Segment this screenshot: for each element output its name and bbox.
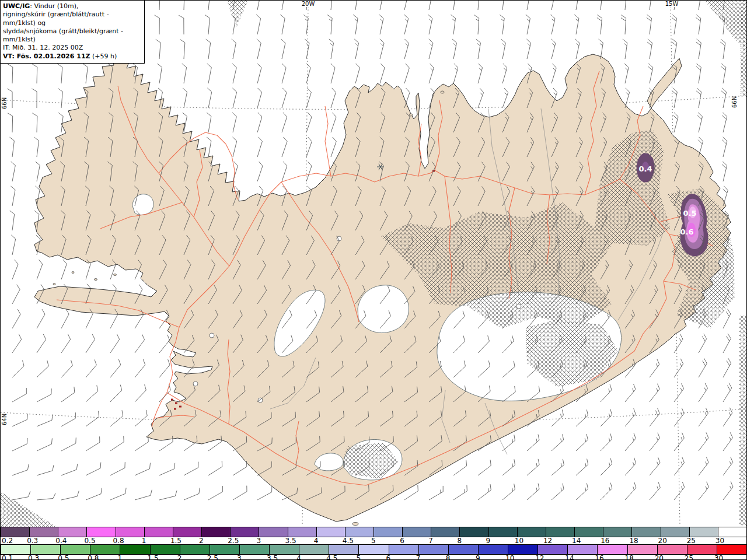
precip-value-label: 0.5 xyxy=(683,209,696,218)
colorbar-swatch xyxy=(1,545,30,554)
colorbar-swatch xyxy=(661,527,689,537)
colorbar-tick-label: 4.5 xyxy=(343,537,354,545)
colorbar-tick-label: 14 xyxy=(565,554,574,560)
colorbar-tick-label: 18 xyxy=(625,554,634,560)
model-variable: : Vindur (10m), xyxy=(30,2,78,10)
colorbar-swatch xyxy=(144,527,173,537)
colorbar-swatch xyxy=(488,527,517,537)
colorbar-tick-label: 1 xyxy=(117,554,122,560)
colorbar-swatch xyxy=(631,527,660,537)
latitude-label: 66N xyxy=(1,97,8,109)
colorbar-tick-label: 10 xyxy=(505,554,514,560)
forecast-info-box: UWC/IG: Vindur (10m), rigning/skúrir (gr… xyxy=(1,1,145,64)
colorbar-sleet xyxy=(1,527,746,537)
colorbar-tick-label: 5 xyxy=(371,537,376,545)
colorbar-tick-label: 16 xyxy=(601,537,609,545)
colorbar-tick-label: 2 xyxy=(199,537,204,545)
colorbar-tick-label: 16 xyxy=(595,554,603,560)
colorbar-swatch xyxy=(288,527,316,537)
colorbar-tick-label: 1.5 xyxy=(148,554,159,560)
colorbar-swatch xyxy=(603,527,631,537)
colorbar-tick-label: 9 xyxy=(476,554,480,560)
colorbar-swatch xyxy=(517,527,546,537)
colorbar-tick-label: 10 xyxy=(515,537,523,545)
colorbar-swatch xyxy=(345,527,374,537)
colorbar-swatch xyxy=(478,545,508,554)
colorbar-swatch xyxy=(116,527,144,537)
precip-value-label: 0.6 xyxy=(680,228,693,236)
colorbar-tick-label: 6 xyxy=(386,554,391,560)
colorbar-tick-label: 0.3 xyxy=(27,537,38,545)
colorbar-tick-label: 0.5 xyxy=(58,554,69,560)
colorbar-swatch xyxy=(689,527,718,537)
colorbar-swatch xyxy=(718,527,746,537)
init-time: IT: Mið. 31. 12. 2025 00Z xyxy=(3,44,143,52)
colorbar-tick-label: 25 xyxy=(687,537,696,545)
colorbar-tick-label: 8 xyxy=(446,554,451,560)
colorbar-tick-label: 14 xyxy=(572,537,581,545)
colorbar-swatch xyxy=(259,527,287,537)
colorbar-swatch xyxy=(627,545,657,554)
colorbar-swatch xyxy=(418,545,448,554)
colorbar-tick-label: 12 xyxy=(535,554,544,560)
colorbar-swatch xyxy=(150,545,180,554)
latitude-label: 64N xyxy=(1,414,8,425)
colorbar-rain-labels: 0.10.30.50.811.522.533.544.5567891012141… xyxy=(1,555,746,560)
colorbar-tick-label: 2 xyxy=(177,554,182,560)
colorbar-tick-label: 18 xyxy=(629,537,638,545)
precip-value-label: 0.4 xyxy=(638,164,652,173)
colorbar-swatch xyxy=(29,527,58,537)
colorbar-tick-label: 4.5 xyxy=(326,554,337,560)
colorbar-tick-label: 0.2 xyxy=(2,537,13,545)
colorbar-swatch xyxy=(687,545,717,554)
colorbar-tick-label: 12 xyxy=(543,537,552,545)
colorbar-tick-label: 30 xyxy=(714,554,723,560)
latitude-label: 66N xyxy=(731,96,738,108)
colorbar-swatch xyxy=(717,545,746,554)
colorbar-tick-label: 5 xyxy=(356,554,361,560)
colorbar-rain xyxy=(1,544,746,555)
calm-circle xyxy=(516,304,521,309)
colorbar-swatch xyxy=(120,545,149,554)
colorbar-tick-label: 0.8 xyxy=(113,537,124,545)
colorbar-swatch xyxy=(402,527,431,537)
colorbar-swatch xyxy=(269,545,299,554)
colorbar-tick-label: 25 xyxy=(685,554,693,560)
colorbar-swatch xyxy=(1,527,29,537)
colorbar-swatch xyxy=(173,527,201,537)
colorbar-tick-label: 2.5 xyxy=(228,537,239,545)
colorbar-swatch xyxy=(431,527,459,537)
colorbar-swatch xyxy=(86,527,115,537)
colorbar-tick-label: 7 xyxy=(428,537,433,545)
map-canvas: 0.40.50.620W15W66N64N66N xyxy=(1,1,746,527)
valid-time: VT: Fös. 02.01.2026 11Z (+59 h) xyxy=(3,52,143,61)
colorbar-swatch xyxy=(537,545,567,554)
colorbar-swatch xyxy=(201,527,230,537)
colorbar-tick-label: 1.5 xyxy=(170,537,181,545)
colorbar-tick-label: 3.5 xyxy=(267,554,278,560)
colorbar-tick-label: 0.3 xyxy=(28,554,39,560)
colorbar-swatch xyxy=(90,545,120,554)
colorbar-swatch xyxy=(389,545,418,554)
colorbar-tick-label: 4 xyxy=(314,537,319,545)
longitude-label: 15W xyxy=(665,1,679,7)
info-line-1: UWC/IG: Vindur (10m), xyxy=(3,2,143,10)
colorbar-swatch xyxy=(210,545,239,554)
colorbar-tick-label: 3 xyxy=(237,554,242,560)
colorbar-swatch xyxy=(239,545,269,554)
colorbar-tick-label: 0.5 xyxy=(84,537,95,545)
small-island xyxy=(409,114,413,116)
colorbar-tick-label: 0.8 xyxy=(88,554,99,560)
colorbar-swatch xyxy=(459,527,488,537)
colorbar-swatch xyxy=(574,527,603,537)
small-island xyxy=(72,272,74,274)
colorbar-swatch xyxy=(546,527,574,537)
colorbar-swatch xyxy=(358,545,388,554)
colorbar-tick-label: 3.5 xyxy=(285,537,296,545)
small-island xyxy=(441,91,444,93)
colorbar-swatch xyxy=(316,527,345,537)
colorbar-tick-label: 20 xyxy=(658,537,667,545)
model-id: UWC/IG xyxy=(3,2,30,10)
colorbar-tick-label: 1 xyxy=(142,537,146,545)
colorbar-swatch xyxy=(597,545,627,554)
